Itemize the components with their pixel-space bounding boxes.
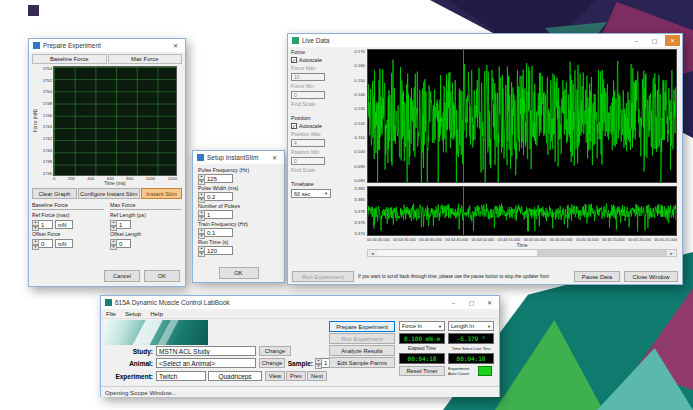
ok-button[interactable]: OK xyxy=(144,270,180,282)
max-force-tab[interactable]: Max Force xyxy=(108,54,183,64)
tick-label: 0.110 xyxy=(355,135,365,140)
force-min-field[interactable]: 0 xyxy=(291,91,325,99)
titlebar[interactable]: 615A Dynamic Muscle Control LabBook – ▢ … xyxy=(101,296,499,309)
force-strip-chart[interactable] xyxy=(367,49,677,183)
ref-force-value[interactable]: 1 xyxy=(39,220,53,229)
wallpaper-square xyxy=(28,5,39,16)
configure-instant-stim-button[interactable]: Configure Instant Stim xyxy=(78,188,140,199)
time-scrollbar[interactable]: ◄ ► xyxy=(367,249,677,257)
baseline-force-section-label: Baseline Force xyxy=(32,202,104,210)
ref-force-spinner[interactable]: ▲ ▼ 1 xyxy=(32,220,53,229)
position-max-field[interactable]: 4 xyxy=(291,139,325,147)
live-data-left-panel: Force ✓ Autoscale Force Max 10 Force Min… xyxy=(291,49,341,269)
decrement-icon[interactable]: ▼ xyxy=(110,245,117,251)
offset-force-spinner[interactable]: ▲ ▼ 0 xyxy=(32,239,53,248)
train-frequency-input[interactable]: ▲▼ 0.1 xyxy=(198,228,279,237)
titlebar[interactable]: Setup InstantStim ✕ xyxy=(193,151,284,164)
tick-label: 3.382 xyxy=(354,186,365,191)
edit-sample-parms-button[interactable]: Edit Sample Parms xyxy=(329,357,395,368)
time-cursor[interactable] xyxy=(463,187,464,235)
prepare-experiment-button[interactable]: Prepare Experiment xyxy=(329,321,395,332)
window-title: Live Data xyxy=(302,37,626,44)
menu-help[interactable]: Help xyxy=(150,310,163,317)
train-frequency-value[interactable]: 0.1 xyxy=(205,228,233,237)
number-of-pulses-value[interactable]: 1 xyxy=(205,210,233,219)
scrollbar-track[interactable] xyxy=(377,250,667,256)
instant-stim-button[interactable]: Instant Stim xyxy=(141,188,182,199)
offset-length-value[interactable]: 0 xyxy=(117,239,131,248)
pulse-width-value[interactable]: 0.2 xyxy=(205,192,233,201)
close-icon[interactable]: ✕ xyxy=(267,152,282,163)
number-of-pulses-input[interactable]: ▲▼ 1 xyxy=(198,210,279,219)
decrement-icon[interactable]: ▼ xyxy=(198,252,205,258)
muscle-field[interactable]: Quadriceps xyxy=(208,371,262,381)
run-time-input[interactable]: ▲▼ 120 xyxy=(198,246,279,255)
position-autoscale-checkbox[interactable]: ✓ Autoscale xyxy=(291,123,341,129)
force-find-scale-button[interactable]: Find Scale xyxy=(291,101,341,107)
animal-field[interactable]: <Select an Animal> xyxy=(156,358,256,368)
timebase-select[interactable]: 60 sec ▼ xyxy=(291,189,331,198)
position-strip-chart[interactable] xyxy=(367,186,677,236)
analyze-results-button[interactable]: Analyze Results xyxy=(329,345,395,356)
ref-length-value[interactable]: 1 xyxy=(117,220,131,229)
clear-graph-button[interactable]: Clear Graph xyxy=(32,188,77,199)
maximize-icon[interactable]: ▢ xyxy=(647,35,662,46)
ok-button[interactable]: OK xyxy=(219,267,259,279)
experiment-field[interactable]: Twitch xyxy=(156,371,206,381)
decrement-icon[interactable]: ▼ xyxy=(32,245,39,251)
force-section-label: Force xyxy=(291,49,341,55)
minimize-icon[interactable]: – xyxy=(446,297,461,308)
pulse-width-input[interactable]: ▲▼ 0.2 xyxy=(198,192,279,201)
close-icon[interactable]: ✕ xyxy=(665,35,680,46)
cancel-button[interactable]: Cancel xyxy=(104,270,140,282)
baseline-force-tab[interactable]: Baseline Force xyxy=(32,54,107,64)
offset-force-unit-select[interactable]: mN xyxy=(55,239,73,248)
next-button[interactable]: Next xyxy=(307,371,327,381)
force-autoscale-checkbox[interactable]: ✓ Autoscale xyxy=(291,57,341,63)
reset-timer-button[interactable]: Reset Timer xyxy=(399,366,445,376)
pulse-frequency-input[interactable]: ▲▼ 125 xyxy=(198,174,279,183)
menu-file[interactable]: File xyxy=(106,310,116,317)
max-force-section-label: Max Force xyxy=(110,202,182,210)
force-y-axis-ticks: 0.1700.1600.1500.1400.1300.1200.1100.100… xyxy=(343,49,367,183)
window-icon xyxy=(105,299,112,306)
ref-length-spinner[interactable]: ▲ ▼ 1 xyxy=(110,220,131,229)
pause-data-button[interactable]: Pause Data xyxy=(574,271,620,282)
run-experiment-button[interactable]: Run Experiment xyxy=(292,271,354,282)
position-find-scale-button[interactable]: Find Scale xyxy=(291,167,341,173)
checkbox-check-icon: ✓ xyxy=(291,123,297,129)
close-icon[interactable]: ✕ xyxy=(482,297,497,308)
menu-setup[interactable]: Setup xyxy=(125,310,141,317)
close-icon[interactable]: ✕ xyxy=(168,40,183,51)
titlebar[interactable]: Prepare Experiment ✕ xyxy=(29,39,185,52)
close-window-button[interactable]: Close Window xyxy=(624,271,678,282)
minimize-icon[interactable]: – xyxy=(629,35,644,46)
ref-force-unit-select[interactable]: mN xyxy=(55,220,73,229)
scroll-right-icon[interactable]: ► xyxy=(667,250,676,256)
prev-button[interactable]: Prev xyxy=(286,371,306,381)
position-min-label: Position Min xyxy=(291,149,341,155)
position-min-field[interactable]: 0 xyxy=(291,157,325,165)
titlebar[interactable]: Live Data – ▢ ✕ xyxy=(288,34,682,47)
run-experiment-button[interactable]: Run Experiment xyxy=(329,333,395,344)
animal-change-button[interactable]: Change xyxy=(259,358,285,368)
time-cursor[interactable] xyxy=(463,50,464,182)
run-time-value[interactable]: 120 xyxy=(205,246,233,255)
tick-label: 1738 xyxy=(43,159,52,164)
offset-length-spinner[interactable]: ▲ ▼ 0 xyxy=(110,239,131,248)
prepare-graph-plot[interactable] xyxy=(53,66,177,176)
scrollbar-thumb[interactable] xyxy=(537,250,668,256)
scroll-left-icon[interactable]: ◄ xyxy=(368,250,377,256)
offset-force-value[interactable]: 0 xyxy=(39,239,53,248)
ref-force-label: Ref Force (max) xyxy=(32,212,104,218)
view-button[interactable]: View xyxy=(265,371,285,381)
force-max-field[interactable]: 10 xyxy=(291,73,325,81)
maximize-icon[interactable]: ▢ xyxy=(464,297,479,308)
pulse-frequency-value[interactable]: 125 xyxy=(205,174,233,183)
force-in-select[interactable]: Force In ▼ xyxy=(399,321,445,331)
tick-label: 0.170 xyxy=(354,49,365,54)
length-in-select[interactable]: Length In ▼ xyxy=(448,321,494,331)
study-change-button[interactable]: Change xyxy=(259,346,291,356)
study-field[interactable]: MSTN ACL Study xyxy=(156,346,256,356)
decrement-icon[interactable]: ▼ xyxy=(315,364,322,370)
